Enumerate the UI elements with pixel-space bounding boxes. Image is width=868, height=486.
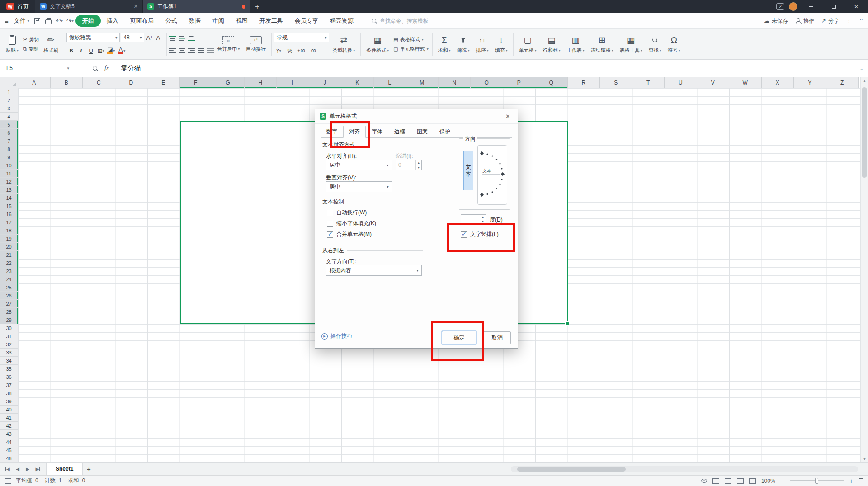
currency-button[interactable]: ¥▾: [274, 46, 283, 55]
row-header-43[interactable]: 43: [0, 430, 18, 438]
column-header-T[interactable]: T: [632, 77, 665, 88]
menu-item-home[interactable]: 开始: [75, 15, 101, 27]
menu-item-data[interactable]: 数据: [183, 15, 207, 27]
decrease-decimal-button[interactable]: -.00: [308, 46, 317, 55]
horizontal-scroll-thumb[interactable]: [517, 467, 626, 472]
row-header-20[interactable]: 20: [0, 243, 18, 251]
menu-item-review[interactable]: 审阅: [207, 15, 230, 27]
column-header-R[interactable]: R: [568, 77, 600, 88]
underline-button[interactable]: U: [86, 46, 95, 55]
row-header-28[interactable]: 28: [0, 308, 18, 316]
add-sheet-button[interactable]: +: [83, 464, 94, 474]
column-header-Y[interactable]: Y: [794, 77, 826, 88]
column-header-S[interactable]: S: [600, 77, 632, 88]
row-header-13[interactable]: 13: [0, 186, 18, 194]
text-direction-select[interactable]: 根据内容▾: [326, 265, 422, 276]
menu-item-member[interactable]: 会员专享: [289, 15, 324, 27]
command-search[interactable]: 查找命令、搜索模板: [371, 17, 429, 25]
row-header-30[interactable]: 30: [0, 324, 18, 332]
column-header-N[interactable]: N: [439, 77, 471, 88]
name-box[interactable]: F5 ▾: [0, 60, 73, 77]
new-tab-button[interactable]: +: [250, 3, 264, 11]
share-button[interactable]: ↗分享: [821, 17, 839, 25]
type-convert-button[interactable]: ⇄ 类型转换▾: [329, 30, 358, 58]
symbol-button[interactable]: Ω 符号▾: [665, 30, 684, 58]
prev-sheet-button[interactable]: ◀: [13, 464, 23, 474]
align-left-button[interactable]: [169, 48, 176, 53]
row-header-24[interactable]: 24: [0, 275, 18, 283]
column-header-V[interactable]: V: [697, 77, 730, 88]
merge-cells-checkbox[interactable]: 合并单元格(M): [327, 231, 372, 238]
table-tools-button[interactable]: ▦ 表格工具▾: [617, 30, 646, 58]
close-button[interactable]: ✕: [847, 0, 865, 13]
horizontal-align-select[interactable]: 居中▾: [326, 160, 392, 170]
borders-button[interactable]: ⊞▾: [96, 46, 105, 55]
undo-button[interactable]: ↶▾: [54, 16, 64, 26]
zoom-formula-icon[interactable]: [92, 66, 98, 71]
vertical-align-select[interactable]: 居中▾: [326, 181, 392, 192]
hamburger-icon[interactable]: ≡: [5, 17, 9, 25]
shrink-to-fit-checkbox[interactable]: 缩小字体填充(K): [327, 220, 376, 227]
doc-tab-writer[interactable]: W 文字文稿5 ✕: [35, 0, 143, 13]
cells-button[interactable]: ▢ 单元格▾: [516, 30, 540, 58]
sum-button[interactable]: Σ 求和▾: [435, 30, 454, 58]
dialog-tab-5[interactable]: 保护: [434, 126, 456, 138]
justify-button[interactable]: [198, 48, 204, 53]
align-middle-button[interactable]: [179, 36, 185, 41]
table-views-icon[interactable]: [712, 478, 719, 484]
worksheet-button[interactable]: ▥ 工作表▾: [564, 30, 588, 58]
column-header-Z[interactable]: Z: [826, 77, 859, 88]
zoom-out-button[interactable]: −: [781, 477, 784, 485]
save-button[interactable]: [33, 16, 42, 26]
select-all-corner[interactable]: [0, 77, 18, 88]
column-header-C[interactable]: C: [83, 77, 115, 88]
font-color-button[interactable]: A▾: [117, 46, 126, 55]
find-button[interactable]: 查找▾: [646, 30, 665, 58]
row-header-27[interactable]: 27: [0, 300, 18, 308]
zoom-slider[interactable]: [790, 480, 844, 481]
row-header-26[interactable]: 26: [0, 292, 18, 300]
row-header-33[interactable]: 33: [0, 349, 18, 357]
menu-item-page-layout[interactable]: 页面布局: [124, 15, 160, 27]
first-sheet-button[interactable]: ◀: [3, 464, 13, 474]
increase-decimal-button[interactable]: +.00: [297, 46, 306, 55]
row-header-10[interactable]: 10: [0, 161, 18, 170]
column-header-G[interactable]: G: [212, 77, 245, 88]
row-header-12[interactable]: 12: [0, 178, 18, 186]
normal-view-button[interactable]: [725, 478, 731, 484]
wrap-text-checkbox[interactable]: 自动换行(W): [327, 209, 367, 217]
zoom-slider-thumb[interactable]: [815, 478, 818, 484]
degree-up-icon[interactable]: ▲: [480, 215, 486, 219]
sort-button[interactable]: ↑↓ 排序▾: [473, 30, 492, 58]
number-format-select[interactable]: 常规▾: [274, 33, 329, 42]
column-header-K[interactable]: K: [341, 77, 374, 88]
cancel-button[interactable]: 取消: [483, 331, 511, 344]
row-header-35[interactable]: 35: [0, 365, 18, 373]
align-right-button[interactable]: [188, 48, 195, 53]
dialog-close-icon[interactable]: ✕: [503, 112, 513, 121]
close-tab-icon[interactable]: ✕: [134, 4, 138, 9]
row-header-29[interactable]: 29: [0, 316, 18, 324]
column-header-F[interactable]: F: [180, 77, 212, 88]
row-header-16[interactable]: 16: [0, 210, 18, 218]
row-header-40[interactable]: 40: [0, 406, 18, 414]
row-header-42[interactable]: 42: [0, 422, 18, 430]
maximize-button[interactable]: [825, 0, 843, 13]
row-header-7[interactable]: 7: [0, 137, 18, 145]
save-status[interactable]: ☁未保存: [764, 17, 788, 25]
row-header-34[interactable]: 34: [0, 357, 18, 365]
fill-color-button[interactable]: ◪▾: [106, 46, 116, 55]
table-style-button[interactable]: ▤ 表格样式▾: [392, 36, 429, 43]
column-header-L[interactable]: L: [374, 77, 406, 88]
column-header-P[interactable]: P: [503, 77, 536, 88]
filter-button[interactable]: 筛选▾: [454, 30, 473, 58]
fill-button[interactable]: ↓ 填充▾: [492, 30, 511, 58]
column-header-Q[interactable]: Q: [535, 77, 568, 88]
column-header-W[interactable]: W: [729, 77, 762, 88]
row-header-2[interactable]: 2: [0, 96, 18, 104]
row-header-44[interactable]: 44: [0, 438, 18, 446]
name-box-dropdown-icon[interactable]: ▾: [67, 66, 69, 71]
rows-cols-button[interactable]: ▤ 行和列▾: [540, 30, 564, 58]
format-painter-button[interactable]: ✏ 格式刷: [40, 30, 61, 58]
page-break-view-button[interactable]: [749, 478, 756, 484]
